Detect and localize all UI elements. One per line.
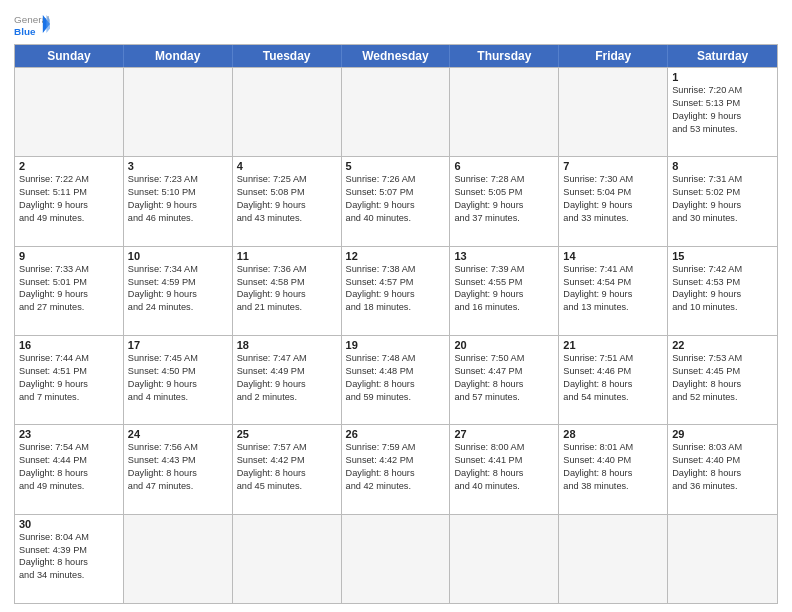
calendar-cell (450, 515, 559, 603)
sun-info: Sunrise: 7:26 AM Sunset: 5:07 PM Dayligh… (346, 173, 446, 225)
calendar-body: 1Sunrise: 7:20 AM Sunset: 5:13 PM Daylig… (15, 67, 777, 603)
calendar-cell (124, 515, 233, 603)
sun-info: Sunrise: 7:33 AM Sunset: 5:01 PM Dayligh… (19, 263, 119, 315)
calendar-row-2: 9Sunrise: 7:33 AM Sunset: 5:01 PM Daylig… (15, 246, 777, 335)
weekday-header-tuesday: Tuesday (233, 45, 342, 67)
day-number: 15 (672, 250, 773, 262)
calendar-cell: 4Sunrise: 7:25 AM Sunset: 5:08 PM Daylig… (233, 157, 342, 245)
day-number: 4 (237, 160, 337, 172)
calendar-cell (668, 515, 777, 603)
calendar-cell: 5Sunrise: 7:26 AM Sunset: 5:07 PM Daylig… (342, 157, 451, 245)
day-number: 6 (454, 160, 554, 172)
sun-info: Sunrise: 7:47 AM Sunset: 4:49 PM Dayligh… (237, 352, 337, 404)
day-number: 11 (237, 250, 337, 262)
day-number: 14 (563, 250, 663, 262)
calendar-cell: 20Sunrise: 7:50 AM Sunset: 4:47 PM Dayli… (450, 336, 559, 424)
weekday-header-monday: Monday (124, 45, 233, 67)
calendar-cell: 15Sunrise: 7:42 AM Sunset: 4:53 PM Dayli… (668, 247, 777, 335)
sun-info: Sunrise: 7:45 AM Sunset: 4:50 PM Dayligh… (128, 352, 228, 404)
day-number: 2 (19, 160, 119, 172)
calendar-cell (124, 68, 233, 156)
calendar-cell: 25Sunrise: 7:57 AM Sunset: 4:42 PM Dayli… (233, 425, 342, 513)
sun-info: Sunrise: 7:23 AM Sunset: 5:10 PM Dayligh… (128, 173, 228, 225)
calendar-cell: 26Sunrise: 7:59 AM Sunset: 4:42 PM Dayli… (342, 425, 451, 513)
calendar-cell: 6Sunrise: 7:28 AM Sunset: 5:05 PM Daylig… (450, 157, 559, 245)
calendar-cell (233, 68, 342, 156)
day-number: 3 (128, 160, 228, 172)
weekday-header-friday: Friday (559, 45, 668, 67)
day-number: 8 (672, 160, 773, 172)
day-number: 18 (237, 339, 337, 351)
calendar-cell: 17Sunrise: 7:45 AM Sunset: 4:50 PM Dayli… (124, 336, 233, 424)
calendar-cell (15, 68, 124, 156)
day-number: 13 (454, 250, 554, 262)
weekday-header-sunday: Sunday (15, 45, 124, 67)
calendar-cell (342, 515, 451, 603)
calendar-cell: 24Sunrise: 7:56 AM Sunset: 4:43 PM Dayli… (124, 425, 233, 513)
weekday-header-thursday: Thursday (450, 45, 559, 67)
day-number: 24 (128, 428, 228, 440)
sun-info: Sunrise: 7:36 AM Sunset: 4:58 PM Dayligh… (237, 263, 337, 315)
calendar-cell: 28Sunrise: 8:01 AM Sunset: 4:40 PM Dayli… (559, 425, 668, 513)
day-number: 20 (454, 339, 554, 351)
calendar: SundayMondayTuesdayWednesdayThursdayFrid… (14, 44, 778, 604)
calendar-cell: 18Sunrise: 7:47 AM Sunset: 4:49 PM Dayli… (233, 336, 342, 424)
calendar-cell: 16Sunrise: 7:44 AM Sunset: 4:51 PM Dayli… (15, 336, 124, 424)
sun-info: Sunrise: 7:44 AM Sunset: 4:51 PM Dayligh… (19, 352, 119, 404)
day-number: 16 (19, 339, 119, 351)
calendar-cell: 29Sunrise: 8:03 AM Sunset: 4:40 PM Dayli… (668, 425, 777, 513)
sun-info: Sunrise: 7:41 AM Sunset: 4:54 PM Dayligh… (563, 263, 663, 315)
calendar-cell (559, 515, 668, 603)
calendar-row-4: 23Sunrise: 7:54 AM Sunset: 4:44 PM Dayli… (15, 424, 777, 513)
sun-info: Sunrise: 8:04 AM Sunset: 4:39 PM Dayligh… (19, 531, 119, 583)
sun-info: Sunrise: 7:39 AM Sunset: 4:55 PM Dayligh… (454, 263, 554, 315)
calendar-cell: 27Sunrise: 8:00 AM Sunset: 4:41 PM Dayli… (450, 425, 559, 513)
sun-info: Sunrise: 7:57 AM Sunset: 4:42 PM Dayligh… (237, 441, 337, 493)
sun-info: Sunrise: 8:03 AM Sunset: 4:40 PM Dayligh… (672, 441, 773, 493)
calendar-cell: 2Sunrise: 7:22 AM Sunset: 5:11 PM Daylig… (15, 157, 124, 245)
sun-info: Sunrise: 7:48 AM Sunset: 4:48 PM Dayligh… (346, 352, 446, 404)
calendar-cell: 3Sunrise: 7:23 AM Sunset: 5:10 PM Daylig… (124, 157, 233, 245)
sun-info: Sunrise: 7:22 AM Sunset: 5:11 PM Dayligh… (19, 173, 119, 225)
day-number: 22 (672, 339, 773, 351)
day-number: 27 (454, 428, 554, 440)
day-number: 12 (346, 250, 446, 262)
day-number: 5 (346, 160, 446, 172)
calendar-cell: 10Sunrise: 7:34 AM Sunset: 4:59 PM Dayli… (124, 247, 233, 335)
day-number: 28 (563, 428, 663, 440)
sun-info: Sunrise: 7:51 AM Sunset: 4:46 PM Dayligh… (563, 352, 663, 404)
sun-info: Sunrise: 7:34 AM Sunset: 4:59 PM Dayligh… (128, 263, 228, 315)
general-blue-logo-icon: General Blue (14, 10, 50, 38)
calendar-cell: 11Sunrise: 7:36 AM Sunset: 4:58 PM Dayli… (233, 247, 342, 335)
calendar-cell: 1Sunrise: 7:20 AM Sunset: 5:13 PM Daylig… (668, 68, 777, 156)
sun-info: Sunrise: 7:31 AM Sunset: 5:02 PM Dayligh… (672, 173, 773, 225)
weekday-header-saturday: Saturday (668, 45, 777, 67)
day-number: 10 (128, 250, 228, 262)
sun-info: Sunrise: 7:30 AM Sunset: 5:04 PM Dayligh… (563, 173, 663, 225)
sun-info: Sunrise: 7:28 AM Sunset: 5:05 PM Dayligh… (454, 173, 554, 225)
calendar-cell (233, 515, 342, 603)
sun-info: Sunrise: 8:00 AM Sunset: 4:41 PM Dayligh… (454, 441, 554, 493)
sun-info: Sunrise: 7:53 AM Sunset: 4:45 PM Dayligh… (672, 352, 773, 404)
calendar-row-3: 16Sunrise: 7:44 AM Sunset: 4:51 PM Dayli… (15, 335, 777, 424)
sun-info: Sunrise: 7:50 AM Sunset: 4:47 PM Dayligh… (454, 352, 554, 404)
day-number: 9 (19, 250, 119, 262)
day-number: 21 (563, 339, 663, 351)
sun-info: Sunrise: 7:42 AM Sunset: 4:53 PM Dayligh… (672, 263, 773, 315)
day-number: 1 (672, 71, 773, 83)
svg-marker-3 (46, 15, 50, 33)
calendar-cell (450, 68, 559, 156)
svg-text:Blue: Blue (14, 26, 36, 37)
calendar-cell (559, 68, 668, 156)
day-number: 7 (563, 160, 663, 172)
day-number: 29 (672, 428, 773, 440)
sun-info: Sunrise: 7:59 AM Sunset: 4:42 PM Dayligh… (346, 441, 446, 493)
page: General Blue SundayMondayTuesdayWednesda… (0, 0, 792, 612)
calendar-cell: 12Sunrise: 7:38 AM Sunset: 4:57 PM Dayli… (342, 247, 451, 335)
day-number: 26 (346, 428, 446, 440)
calendar-cell: 13Sunrise: 7:39 AM Sunset: 4:55 PM Dayli… (450, 247, 559, 335)
calendar-row-5: 30Sunrise: 8:04 AM Sunset: 4:39 PM Dayli… (15, 514, 777, 603)
calendar-cell: 19Sunrise: 7:48 AM Sunset: 4:48 PM Dayli… (342, 336, 451, 424)
sun-info: Sunrise: 7:38 AM Sunset: 4:57 PM Dayligh… (346, 263, 446, 315)
calendar-cell (342, 68, 451, 156)
